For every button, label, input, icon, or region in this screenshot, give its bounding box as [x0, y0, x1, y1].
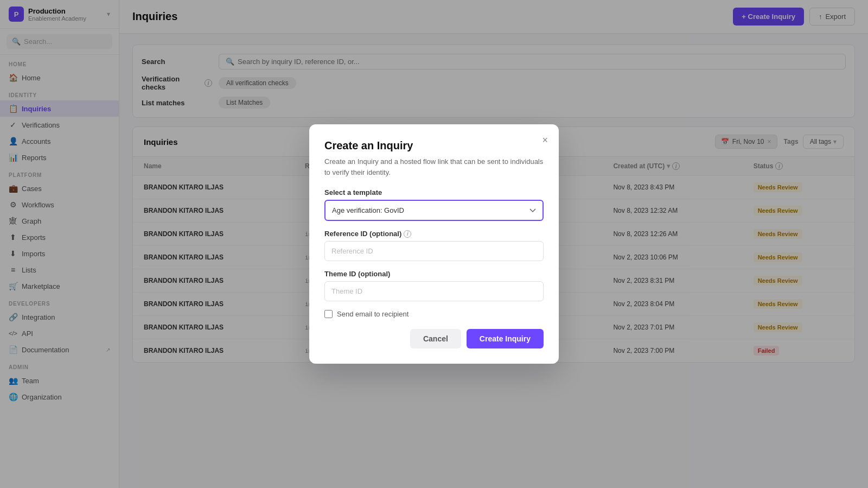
info-icon: i [404, 230, 411, 238]
theme-id-label: Theme ID (optional) [324, 270, 544, 278]
reference-id-label: Reference ID (optional) i [324, 230, 544, 238]
theme-id-input[interactable] [324, 281, 544, 301]
modal-overlay[interactable]: × Create an Inquiry Create an Inquiry an… [0, 0, 868, 488]
send-email-row: Send email to recipient [324, 310, 544, 318]
template-label: Select a template [324, 188, 544, 197]
modal-close-button[interactable]: × [542, 135, 548, 145]
reference-id-form-group: Reference ID (optional) i [324, 230, 544, 261]
template-select[interactable]: Age verification: GovID Identity verific… [324, 200, 544, 221]
send-email-label: Send email to recipient [337, 310, 409, 318]
theme-id-form-group: Theme ID (optional) [324, 270, 544, 301]
modal-title: Create an Inquiry [324, 140, 544, 152]
create-inquiry-modal: × Create an Inquiry Create an Inquiry an… [309, 124, 559, 364]
send-email-checkbox[interactable] [324, 310, 333, 318]
modal-footer: Cancel Create Inquiry [324, 329, 544, 348]
reference-id-input[interactable] [324, 241, 544, 261]
cancel-button[interactable]: Cancel [410, 329, 461, 348]
create-button[interactable]: Create Inquiry [467, 329, 544, 348]
template-form-group: Select a template Age verification: GovI… [324, 188, 544, 221]
modal-description: Create an Inquiry and a hosted flow link… [324, 156, 544, 178]
